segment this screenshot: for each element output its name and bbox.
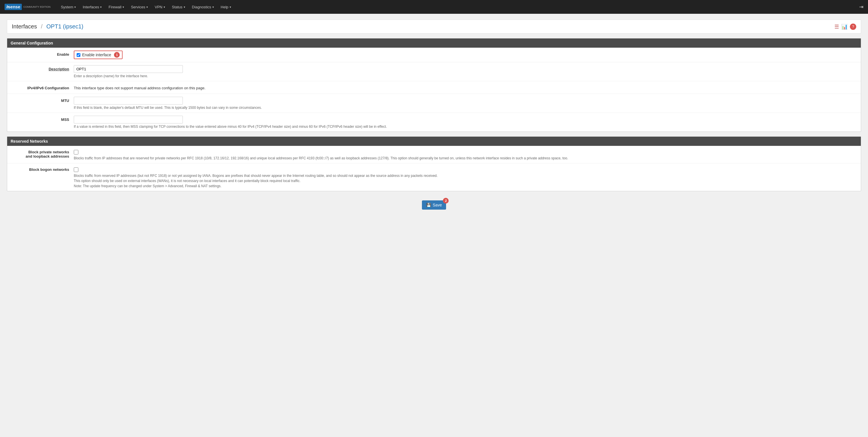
description-content: Enter a description (name) for the inter…: [74, 65, 857, 78]
description-hint: Enter a description (name) for the inter…: [74, 74, 857, 78]
block-bogon-hint2: This option should only be used on exter…: [74, 179, 857, 183]
block-private-checkbox-row: [74, 149, 857, 154]
breadcrumb-bar: Interfaces / OPT1 (ipsec1) ☰ 📊 ?: [7, 20, 861, 34]
enable-badge: 1: [114, 52, 120, 58]
nav-interfaces[interactable]: Interfaces ▾: [79, 0, 105, 14]
list-icon[interactable]: ☰: [834, 24, 839, 30]
block-bogon-row: Block bogon networks Blocks traffic from…: [7, 163, 861, 191]
ipv46-row: IPv4/IPv6 Configuration This interface t…: [7, 81, 861, 94]
block-bogon-label: Block bogon networks: [11, 166, 74, 172]
breadcrumb-base: Interfaces: [12, 23, 37, 30]
block-private-checkbox[interactable]: [74, 150, 79, 154]
nav-help[interactable]: Help ▾: [217, 0, 235, 14]
mss-input[interactable]: [74, 116, 183, 123]
breadcrumb-actions: ☰ 📊 ?: [834, 24, 856, 30]
logout-button[interactable]: ⇥: [859, 4, 863, 10]
brand-logo: 𝔟sense: [5, 4, 22, 10]
nav-firewall[interactable]: Firewall ▾: [105, 0, 127, 14]
enable-interface-box: Enable interface 1: [74, 51, 123, 59]
block-bogon-checkbox-row: [74, 166, 857, 172]
ipv46-label: IPv4/IPv6 Configuration: [11, 84, 74, 90]
enable-interface-checkbox[interactable]: [76, 53, 81, 57]
nav-status[interactable]: Status ▾: [168, 0, 189, 14]
brand-logo-text: 𝔟sense: [6, 4, 20, 9]
description-input[interactable]: [74, 65, 183, 73]
save-button-wrap: 💾 Save 2: [7, 196, 861, 214]
save-icon: 💾: [426, 203, 431, 207]
brand: 𝔟sense COMMUNITY EDITION: [5, 4, 51, 10]
navbar: 𝔟sense COMMUNITY EDITION System ▾ Interf…: [0, 0, 868, 14]
block-private-hint: Blocks traffic from IP addresses that ar…: [74, 156, 857, 160]
brand-edition: COMMUNITY EDITION: [24, 5, 51, 9]
block-private-content: Blocks traffic from IP addresses that ar…: [74, 149, 857, 160]
ipv46-content: This interface type does not support man…: [74, 84, 857, 90]
block-private-label: Block private networks and loopback addr…: [11, 149, 74, 158]
help-icon[interactable]: ?: [850, 24, 856, 30]
nav-services[interactable]: Services ▾: [127, 0, 151, 14]
save-label: Save: [433, 203, 442, 207]
chart-icon[interactable]: 📊: [841, 24, 848, 30]
block-bogon-checkbox[interactable]: [74, 167, 79, 172]
mss-content: If a value is entered in this field, the…: [74, 116, 857, 129]
breadcrumb-separator: /: [41, 23, 42, 30]
enable-label: Enable: [11, 51, 74, 57]
nav-system[interactable]: System ▾: [57, 0, 79, 14]
general-config-section: General Configuration Enable Enable inte…: [7, 38, 861, 132]
reserved-networks-header: Reserved Networks: [7, 137, 861, 146]
mtu-hint: If this field is blank, the adapter's de…: [74, 106, 857, 110]
enable-row: Enable Enable interface 1: [7, 48, 861, 62]
enable-content: Enable interface 1: [74, 51, 857, 59]
mtu-label: MTU: [11, 97, 74, 103]
block-bogon-hint3: Note: The update frequency can be change…: [74, 184, 857, 188]
block-bogon-content: Blocks traffic from reserved IP addresse…: [74, 166, 857, 188]
breadcrumb-current: OPT1 (ipsec1): [46, 23, 84, 30]
save-button[interactable]: 💾 Save 2: [422, 200, 446, 210]
general-config-body: Enable Enable interface 1 Description En…: [7, 48, 861, 131]
mtu-row: MTU If this field is blank, the adapter'…: [7, 94, 861, 113]
nav-diagnostics[interactable]: Diagnostics ▾: [189, 0, 217, 14]
breadcrumb: Interfaces / OPT1 (ipsec1): [12, 23, 83, 30]
block-bogon-hint1: Blocks traffic from reserved IP addresse…: [74, 174, 857, 178]
description-row: Description Enter a description (name) f…: [7, 62, 861, 81]
mss-row: MSS If a value is entered in this field,…: [7, 113, 861, 131]
block-private-row: Block private networks and loopback addr…: [7, 146, 861, 163]
reserved-networks-section: Reserved Networks Block private networks…: [7, 136, 861, 191]
general-config-header: General Configuration: [7, 38, 861, 48]
mss-label: MSS: [11, 116, 74, 122]
enable-interface-label[interactable]: Enable interface: [82, 53, 111, 57]
nav-vpn[interactable]: VPN ▾: [151, 0, 168, 14]
mtu-content: If this field is blank, the adapter's de…: [74, 97, 857, 110]
mtu-input[interactable]: [74, 97, 183, 104]
reserved-networks-body: Block private networks and loopback addr…: [7, 146, 861, 191]
nav-menu: System ▾ Interfaces ▾ Firewall ▾ Service…: [57, 0, 859, 14]
mss-hint: If a value is entered in this field, the…: [74, 125, 857, 129]
description-label: Description: [11, 65, 74, 71]
page-wrapper: Interfaces / OPT1 (ipsec1) ☰ 📊 ? General…: [0, 14, 868, 220]
save-badge: 2: [443, 198, 448, 204]
